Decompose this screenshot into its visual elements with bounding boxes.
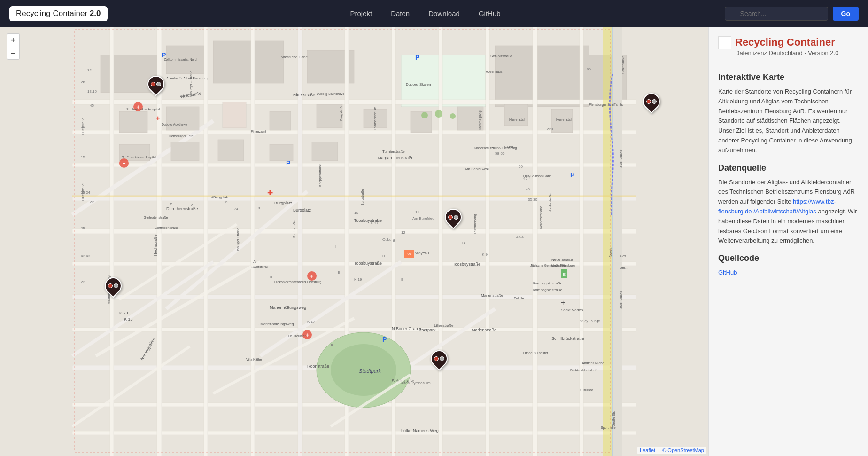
svg-text:Alex: Alex: [620, 254, 626, 258]
svg-rect-23: [298, 27, 302, 456]
section-heading-datasource: Datenquelle: [718, 163, 859, 173]
github-link[interactable]: GitHub: [718, 269, 737, 276]
svg-text:Lütke-Namens-Weg: Lütke-Namens-Weg: [401, 428, 439, 433]
map-marker-5[interactable]: [643, 93, 660, 113]
svg-text:28 24: 28 24: [81, 190, 91, 195]
svg-text:10: 10: [354, 211, 358, 215]
marker-recycling-icon: [448, 215, 453, 220]
leaflet-link[interactable]: Leaflet: [640, 448, 655, 453]
svg-text:+: +: [122, 160, 125, 167]
nav-right: 🔍 Go: [725, 7, 859, 21]
svg-text:Duburger - Straße: Duburger - Straße: [189, 71, 193, 97]
svg-text:Zollkommissariat Nord: Zollkommissariat Nord: [164, 58, 197, 61]
svg-text:B: B: [401, 277, 403, 282]
map-marker-2[interactable]: [105, 277, 122, 297]
osm-link[interactable]: © OpenStreetMap: [662, 448, 704, 453]
search-wrap: 🔍: [725, 7, 828, 21]
sidebar-subtitle: Datenlizenz Deutschland - Version 2.0: [735, 49, 838, 56]
svg-text:Schloßstraße: Schloßstraße: [490, 54, 513, 58]
svg-text:Knappenstraße: Knappenstraße: [318, 164, 322, 187]
nav-link-github[interactable]: GitHub: [479, 9, 501, 17]
svg-text:Daburger Straße: Daburger Straße: [236, 228, 240, 252]
svg-text:Westliche Höhe: Westliche Höhe: [281, 55, 308, 59]
nav-link-daten[interactable]: Daten: [391, 9, 410, 17]
svg-text:220: 220: [547, 127, 553, 131]
svg-text:Marlenstraße: Marlenstraße: [472, 328, 496, 332]
svg-rect-38: [603, 27, 612, 456]
svg-text:42 43: 42 43: [81, 254, 91, 258]
map-background: + + + + P P P P P Waldstraße Ritterstraß…: [0, 27, 708, 456]
svg-text:St. Franziskus- Hospital: St. Franziskus- Hospital: [122, 156, 156, 159]
svg-text:Duborg-Skolen: Duborg-Skolen: [406, 82, 431, 86]
svg-rect-53: [312, 142, 338, 161]
marker-glass-icon: [114, 283, 118, 288]
svg-text:+: +: [561, 299, 565, 307]
svg-rect-19: [110, 27, 114, 456]
map-svg: + + + + P P P P P Waldstraße Ritterstraß…: [0, 27, 708, 456]
map-area[interactable]: + + + + P P P P P Waldstraße Ritterstraß…: [0, 27, 708, 456]
svg-text:Kompagniestraße: Kompagniestraße: [533, 288, 563, 292]
sidebar-title: Recycling Container: [735, 36, 838, 48]
svg-point-103: [421, 112, 428, 118]
svg-text:Stadtpark: Stadtpark: [418, 328, 436, 332]
svg-text:45: 45: [81, 226, 85, 230]
svg-text:Schiffbrückstraße: Schiffbrückstraße: [551, 336, 584, 341]
section-heading-sourcecode: Quellcode: [718, 253, 859, 263]
sidebar: Recycling Container Datenlizenz Deutschl…: [708, 27, 868, 456]
svg-text:Sankt Marien: Sankt Marien: [561, 308, 583, 312]
svg-text:Landscheide str.: Landscheide str.: [373, 106, 377, 130]
svg-text:K 23: K 23: [119, 311, 128, 315]
svg-text:Ges...: Ges...: [620, 266, 628, 269]
brand-badge[interactable]: Recycling Container 2.0: [9, 6, 108, 21]
marker-glass-icon: [156, 82, 161, 86]
search-input[interactable]: [725, 7, 828, 21]
svg-text:Marienhöltungsweg: Marienhöltungsweg: [270, 305, 306, 310]
svg-text:Herrenstall: Herrenstall: [556, 118, 572, 121]
svg-text:Am Schloßwall: Am Schloßwall: [465, 167, 489, 171]
svg-text:K 17: K 17: [307, 320, 315, 324]
svg-rect-30: [612, 27, 622, 456]
svg-rect-47: [504, 104, 528, 126]
svg-rect-40: [166, 107, 199, 130]
svg-text:13:15: 13:15: [87, 89, 97, 94]
svg-text:11: 11: [415, 210, 419, 214]
svg-text:Am Burgfried: Am Burgfried: [412, 216, 434, 220]
svg-text:Burgplatz: Burgplatz: [274, 201, 293, 205]
marker-glass-icon: [440, 356, 444, 361]
svg-text:Marlenstraße: Marlenstraße: [481, 293, 504, 298]
map-marker-1[interactable]: [147, 76, 164, 95]
svg-text:Lilienstraße: Lilienstraße: [434, 323, 454, 328]
zoom-in-button[interactable]: +: [7, 33, 20, 47]
svg-text:Turnierstraße: Turnierstraße: [382, 149, 405, 154]
map-controls: + −: [7, 33, 20, 60]
svg-rect-41: [223, 102, 246, 128]
zoom-out-button[interactable]: −: [7, 47, 20, 60]
svg-text:P: P: [415, 54, 419, 61]
svg-text:4: 4: [211, 195, 213, 199]
svg-text:Kompagniestraße: Kompagniestraße: [533, 281, 563, 285]
svg-text:2: 2: [191, 203, 193, 207]
map-marker-4[interactable]: [431, 350, 448, 370]
svg-text:K 15: K 15: [124, 317, 133, 322]
svg-text:Norderstrstraße: Norderstrstraße: [539, 206, 542, 229]
svg-rect-26: [439, 27, 442, 456]
map-marker-3[interactable]: [445, 209, 462, 228]
svg-text:Toosbuystraße: Toosbuystraße: [354, 261, 382, 266]
svg-rect-50: [171, 142, 199, 161]
svg-text:58-60: 58-60: [504, 145, 513, 149]
svg-text:Margarethenstraße: Margarethenstraße: [378, 156, 414, 160]
svg-text:Rosenhaus: Rosenhaus: [486, 70, 503, 73]
svg-rect-28: [533, 27, 537, 456]
navbar: Recycling Container 2.0 Projekt Daten Do…: [0, 0, 868, 27]
go-button[interactable]: Go: [833, 7, 859, 21]
svg-text:Kulturhof: Kulturhof: [580, 388, 593, 392]
nav-link-projekt[interactable]: Projekt: [350, 9, 372, 17]
svg-text:Finanzamt: Finanzamt: [251, 130, 266, 133]
svg-rect-21: [204, 27, 208, 456]
section-text-interactive-map: Karte der Standorte von Recycling Contai…: [718, 87, 859, 156]
svg-text:K 17: K 17: [371, 221, 379, 225]
svg-text:E: E: [338, 270, 340, 275]
nav-link-download[interactable]: Download: [428, 9, 460, 17]
svg-text:Duborg-Barnehave: Duborg-Barnehave: [317, 92, 344, 96]
svg-text:Burgstraße: Burgstraße: [361, 189, 364, 205]
